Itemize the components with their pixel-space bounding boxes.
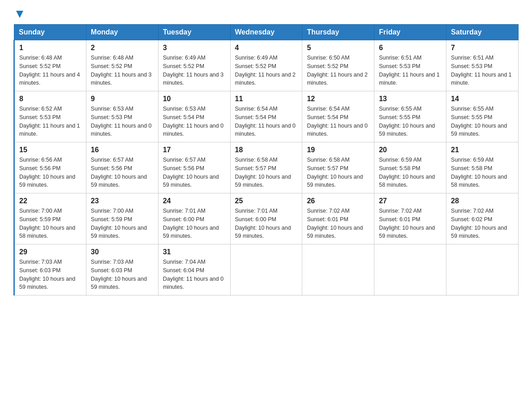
calendar-cell: 18 Sunrise: 6:58 AM Sunset: 5:57 PM Dayl… (230, 142, 302, 193)
calendar-cell: 25 Sunrise: 7:01 AM Sunset: 6:00 PM Dayl… (230, 193, 302, 244)
day-number: 12 (307, 95, 369, 103)
calendar-cell: 29 Sunrise: 7:03 AM Sunset: 6:03 PM Dayl… (14, 244, 86, 295)
day-info: Sunrise: 6:58 AM Sunset: 5:57 PM Dayligh… (307, 156, 369, 189)
calendar-day-header: Friday (374, 25, 446, 40)
calendar-cell: 28 Sunrise: 7:02 AM Sunset: 6:02 PM Dayl… (446, 193, 519, 244)
day-number: 7 (451, 44, 514, 52)
day-number: 4 (235, 44, 298, 52)
day-info: Sunrise: 6:49 AM Sunset: 5:52 PM Dayligh… (235, 54, 298, 87)
day-info: Sunrise: 6:54 AM Sunset: 5:54 PM Dayligh… (235, 105, 298, 138)
day-number: 10 (163, 95, 226, 103)
page-header (13, 9, 519, 20)
calendar-week-row: 8 Sunrise: 6:52 AM Sunset: 5:53 PM Dayli… (14, 91, 519, 142)
calendar-cell: 24 Sunrise: 7:01 AM Sunset: 6:00 PM Dayl… (158, 193, 230, 244)
calendar-cell: 31 Sunrise: 7:04 AM Sunset: 6:04 PM Dayl… (158, 244, 230, 295)
svg-marker-0 (16, 11, 23, 18)
calendar-cell: 19 Sunrise: 6:58 AM Sunset: 5:57 PM Dayl… (302, 142, 374, 193)
day-info: Sunrise: 6:53 AM Sunset: 5:54 PM Dayligh… (163, 105, 226, 138)
calendar-cell: 5 Sunrise: 6:50 AM Sunset: 5:52 PM Dayli… (302, 40, 374, 91)
calendar-cell: 14 Sunrise: 6:55 AM Sunset: 5:55 PM Dayl… (446, 91, 519, 142)
calendar-cell: 17 Sunrise: 6:57 AM Sunset: 5:56 PM Dayl… (158, 142, 230, 193)
calendar-cell: 12 Sunrise: 6:54 AM Sunset: 5:54 PM Dayl… (302, 91, 374, 142)
day-number: 21 (451, 146, 514, 154)
calendar-cell: 16 Sunrise: 6:57 AM Sunset: 5:56 PM Dayl… (86, 142, 158, 193)
calendar-week-row: 22 Sunrise: 7:00 AM Sunset: 5:59 PM Dayl… (14, 193, 519, 244)
calendar-cell: 22 Sunrise: 7:00 AM Sunset: 5:59 PM Dayl… (14, 193, 86, 244)
day-number: 26 (307, 197, 369, 205)
day-number: 30 (91, 248, 154, 256)
day-info: Sunrise: 6:51 AM Sunset: 5:53 PM Dayligh… (379, 54, 442, 87)
day-info: Sunrise: 7:03 AM Sunset: 6:03 PM Dayligh… (91, 258, 154, 291)
day-number: 22 (19, 197, 82, 205)
day-info: Sunrise: 6:57 AM Sunset: 5:56 PM Dayligh… (163, 156, 226, 189)
day-number: 23 (91, 197, 154, 205)
day-info: Sunrise: 6:51 AM Sunset: 5:53 PM Dayligh… (451, 54, 514, 87)
calendar-header-row: SundayMondayTuesdayWednesdayThursdayFrid… (14, 25, 519, 40)
day-info: Sunrise: 7:01 AM Sunset: 6:00 PM Dayligh… (235, 207, 298, 240)
day-number: 13 (379, 95, 442, 103)
day-info: Sunrise: 7:02 AM Sunset: 6:01 PM Dayligh… (379, 207, 442, 240)
calendar-day-header: Saturday (446, 25, 519, 40)
calendar-cell (374, 244, 446, 295)
day-number: 15 (19, 146, 82, 154)
calendar-cell: 7 Sunrise: 6:51 AM Sunset: 5:53 PM Dayli… (446, 40, 519, 91)
calendar-table: SundayMondayTuesdayWednesdayThursdayFrid… (13, 24, 519, 295)
day-number: 18 (235, 146, 298, 154)
calendar-cell: 11 Sunrise: 6:54 AM Sunset: 5:54 PM Dayl… (230, 91, 302, 142)
day-number: 25 (235, 197, 298, 205)
day-number: 19 (307, 146, 369, 154)
calendar-cell: 1 Sunrise: 6:48 AM Sunset: 5:52 PM Dayli… (14, 40, 86, 91)
day-info: Sunrise: 7:02 AM Sunset: 6:02 PM Dayligh… (451, 207, 514, 240)
calendar-cell: 26 Sunrise: 7:02 AM Sunset: 6:01 PM Dayl… (302, 193, 374, 244)
calendar-cell (302, 244, 374, 295)
calendar-cell: 23 Sunrise: 7:00 AM Sunset: 5:59 PM Dayl… (86, 193, 158, 244)
day-info: Sunrise: 7:00 AM Sunset: 5:59 PM Dayligh… (19, 207, 82, 240)
calendar-cell: 21 Sunrise: 6:59 AM Sunset: 5:58 PM Dayl… (446, 142, 519, 193)
calendar-cell: 20 Sunrise: 6:59 AM Sunset: 5:58 PM Dayl… (374, 142, 446, 193)
logo-triangle-icon (14, 9, 25, 20)
day-info: Sunrise: 6:58 AM Sunset: 5:57 PM Dayligh… (235, 156, 298, 189)
calendar-cell (446, 244, 519, 295)
day-number: 17 (163, 146, 226, 154)
day-number: 8 (19, 95, 82, 103)
day-number: 29 (19, 248, 82, 256)
calendar-day-header: Monday (86, 25, 158, 40)
day-info: Sunrise: 7:04 AM Sunset: 6:04 PM Dayligh… (163, 258, 226, 291)
day-info: Sunrise: 6:59 AM Sunset: 5:58 PM Dayligh… (451, 156, 514, 189)
calendar-cell: 4 Sunrise: 6:49 AM Sunset: 5:52 PM Dayli… (230, 40, 302, 91)
day-number: 14 (451, 95, 514, 103)
calendar-week-row: 29 Sunrise: 7:03 AM Sunset: 6:03 PM Dayl… (14, 244, 519, 295)
calendar-week-row: 15 Sunrise: 6:56 AM Sunset: 5:56 PM Dayl… (14, 142, 519, 193)
day-number: 11 (235, 95, 298, 103)
day-info: Sunrise: 6:49 AM Sunset: 5:52 PM Dayligh… (163, 54, 226, 87)
day-number: 1 (19, 44, 82, 52)
calendar-day-header: Sunday (14, 25, 86, 40)
day-number: 2 (91, 44, 154, 52)
day-number: 6 (379, 44, 442, 52)
calendar-day-header: Tuesday (158, 25, 230, 40)
day-number: 3 (163, 44, 226, 52)
calendar-day-header: Wednesday (230, 25, 302, 40)
logo (13, 9, 25, 20)
day-info: Sunrise: 7:03 AM Sunset: 6:03 PM Dayligh… (19, 258, 82, 291)
day-info: Sunrise: 7:00 AM Sunset: 5:59 PM Dayligh… (91, 207, 154, 240)
day-info: Sunrise: 6:48 AM Sunset: 5:52 PM Dayligh… (19, 54, 82, 87)
day-number: 16 (91, 146, 154, 154)
day-number: 31 (163, 248, 226, 256)
calendar-cell: 13 Sunrise: 6:55 AM Sunset: 5:55 PM Dayl… (374, 91, 446, 142)
calendar-cell: 6 Sunrise: 6:51 AM Sunset: 5:53 PM Dayli… (374, 40, 446, 91)
calendar-week-row: 1 Sunrise: 6:48 AM Sunset: 5:52 PM Dayli… (14, 40, 519, 91)
calendar-cell: 27 Sunrise: 7:02 AM Sunset: 6:01 PM Dayl… (374, 193, 446, 244)
calendar-cell: 15 Sunrise: 6:56 AM Sunset: 5:56 PM Dayl… (14, 142, 86, 193)
calendar-cell: 9 Sunrise: 6:53 AM Sunset: 5:53 PM Dayli… (86, 91, 158, 142)
day-info: Sunrise: 6:56 AM Sunset: 5:56 PM Dayligh… (19, 156, 82, 189)
calendar-cell: 3 Sunrise: 6:49 AM Sunset: 5:52 PM Dayli… (158, 40, 230, 91)
day-info: Sunrise: 7:01 AM Sunset: 6:00 PM Dayligh… (163, 207, 226, 240)
day-info: Sunrise: 7:02 AM Sunset: 6:01 PM Dayligh… (307, 207, 369, 240)
calendar-cell (230, 244, 302, 295)
calendar-cell: 8 Sunrise: 6:52 AM Sunset: 5:53 PM Dayli… (14, 91, 86, 142)
calendar-cell: 30 Sunrise: 7:03 AM Sunset: 6:03 PM Dayl… (86, 244, 158, 295)
day-number: 5 (307, 44, 369, 52)
day-info: Sunrise: 6:55 AM Sunset: 5:55 PM Dayligh… (451, 105, 514, 138)
day-info: Sunrise: 6:54 AM Sunset: 5:54 PM Dayligh… (307, 105, 369, 138)
